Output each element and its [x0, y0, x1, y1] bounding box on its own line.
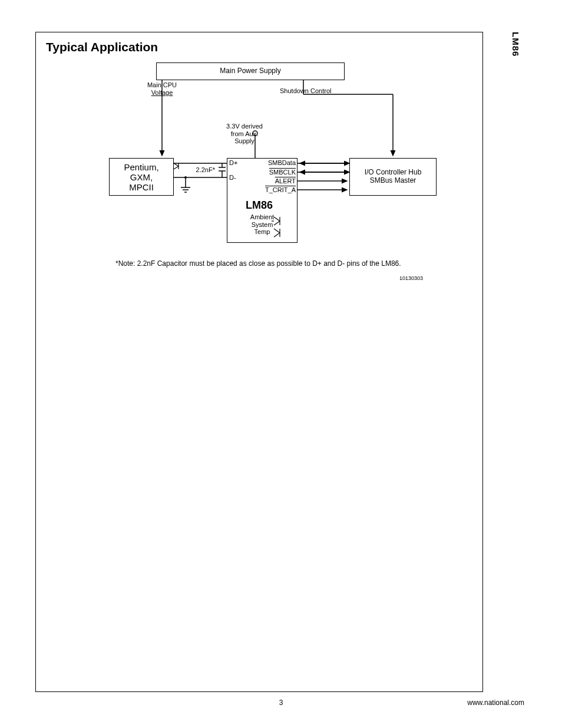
- figure-id: 10130303: [399, 275, 423, 281]
- footer-url: www.national.com: [467, 699, 524, 707]
- wiring-svg: [109, 59, 439, 259]
- side-part-label: LM86: [511, 32, 521, 57]
- svg-point-4: [253, 131, 257, 136]
- svg-point-17: [184, 176, 187, 179]
- section-title: Typical Application: [46, 40, 158, 54]
- footnote: *Note: 2.2nF Capacitor must be placed as…: [115, 259, 401, 268]
- block-diagram: Main Power Supply Pentium, GXM, MPCII I/…: [109, 59, 439, 259]
